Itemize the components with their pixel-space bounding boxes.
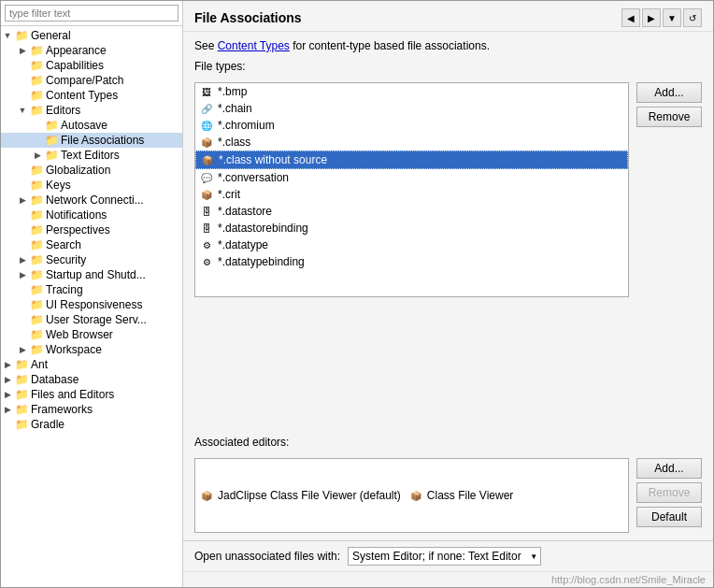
refresh-button[interactable]: ↺ bbox=[683, 8, 702, 27]
tree-arrow-workspace[interactable]: ▶ bbox=[16, 345, 29, 354]
file-type-icon: 💬 bbox=[199, 170, 214, 185]
file-add-button[interactable]: Add... bbox=[636, 82, 702, 103]
tree-item-ui-responsiveness[interactable]: 📁 UI Responsiveness bbox=[1, 297, 182, 312]
content-types-link[interactable]: Content Types bbox=[218, 39, 290, 52]
tree-arrow-files-editors[interactable]: ▶ bbox=[1, 390, 14, 399]
back-button[interactable]: ◀ bbox=[621, 8, 640, 27]
tree-label-frameworks: Frameworks bbox=[29, 403, 93, 416]
tree-icon-ant: 📁 bbox=[14, 358, 29, 371]
tree-arrow-startup-shutdown[interactable]: ▶ bbox=[16, 270, 29, 280]
tree-item-database[interactable]: ▶ 📁 Database bbox=[1, 372, 182, 387]
open-unassoc-select[interactable]: System Editor; if none: Text Editor Text… bbox=[348, 547, 541, 566]
tree-item-perspectives[interactable]: 📁 Perspectives bbox=[1, 222, 182, 237]
file-type-label: *.class bbox=[218, 136, 250, 149]
assoc-editor-item[interactable]: 📦 Class File Viewer bbox=[405, 459, 517, 532]
tree-item-file-assoc[interactable]: 📁 File Associations bbox=[1, 133, 182, 148]
assoc-remove-button[interactable]: Remove bbox=[636, 482, 702, 503]
file-type-item[interactable]: 💬 *.conversation bbox=[195, 169, 628, 186]
tree-arrow-frameworks[interactable]: ▶ bbox=[1, 405, 14, 414]
tree-arrow-ant[interactable]: ▶ bbox=[1, 360, 14, 369]
tree-label-keys: Keys bbox=[44, 179, 71, 192]
tree-item-tracing[interactable]: 📁 Tracing bbox=[1, 282, 182, 297]
filter-input[interactable] bbox=[5, 5, 178, 22]
tree-label-database: Database bbox=[29, 373, 79, 386]
file-type-item[interactable]: 🔗 *.chain bbox=[195, 100, 628, 117]
file-type-label: *.chromium bbox=[218, 119, 275, 132]
tree-icon-startup-shutdown: 📁 bbox=[29, 268, 44, 281]
file-type-label: *.crit bbox=[218, 188, 240, 201]
assoc-editor-label: Class File Viewer bbox=[427, 489, 513, 502]
file-type-icon: 🗄 bbox=[199, 221, 214, 236]
file-type-item[interactable]: ⚙ *.datatypebinding bbox=[195, 253, 628, 270]
tree-item-keys[interactable]: 📁 Keys bbox=[1, 178, 182, 193]
tree-item-notifications[interactable]: 📁 Notifications bbox=[1, 208, 182, 222]
tree-item-appearance[interactable]: ▶ 📁 Appearance bbox=[1, 43, 182, 58]
tree-area: ▼ 📁 General ▶ 📁 Appearance 📁 Capabilitie… bbox=[1, 26, 182, 587]
bottom-bar: Open unassociated files with: System Edi… bbox=[183, 540, 713, 571]
tree-label-tracing: Tracing bbox=[44, 283, 83, 296]
tree-item-workspace[interactable]: ▶ 📁 Workspace bbox=[1, 342, 182, 357]
file-type-item[interactable]: 🖼 *.bmp bbox=[195, 83, 628, 100]
tree-item-web-browser[interactable]: 📁 Web Browser bbox=[1, 327, 182, 342]
tree-arrow-editors[interactable]: ▼ bbox=[16, 106, 29, 115]
tree-arrow-general[interactable]: ▼ bbox=[1, 31, 14, 40]
assoc-section: 📦 JadClipse Class File Viewer (default) … bbox=[194, 458, 702, 533]
assoc-default-button[interactable]: Default bbox=[636, 507, 702, 527]
file-type-item[interactable]: 🌐 *.chromium bbox=[195, 117, 628, 134]
tree-item-capabilities[interactable]: 📁 Capabilities bbox=[1, 58, 182, 73]
tree-item-security[interactable]: ▶ 📁 Security bbox=[1, 252, 182, 267]
assoc-add-button[interactable]: Add... bbox=[636, 458, 702, 479]
tree-item-general[interactable]: ▼ 📁 General bbox=[1, 28, 182, 43]
tree-item-user-storage[interactable]: 📁 User Storage Serv... bbox=[1, 312, 182, 327]
tree-arrow-text-editors[interactable]: ▶ bbox=[31, 151, 44, 160]
tree-item-files-editors[interactable]: ▶ 📁 Files and Editors bbox=[1, 387, 182, 402]
file-type-icon: 🖼 bbox=[199, 84, 214, 99]
tree-item-globalization[interactable]: 📁 Globalization bbox=[1, 163, 182, 178]
see-suffix: for content-type based file associations… bbox=[290, 39, 490, 52]
tree-label-autosave: Autosave bbox=[59, 119, 107, 132]
forward-button[interactable]: ▶ bbox=[642, 8, 661, 27]
file-type-item[interactable]: 📦 *.class bbox=[195, 134, 628, 151]
tree-icon-database: 📁 bbox=[14, 373, 29, 386]
tree-icon-capabilities: 📁 bbox=[29, 59, 44, 72]
left-panel: ▼ 📁 General ▶ 📁 Appearance 📁 Capabilitie… bbox=[1, 1, 183, 587]
tree-icon-web-browser: 📁 bbox=[29, 328, 44, 341]
assoc-editor-item[interactable]: 📦 JadClipse Class File Viewer (default) bbox=[195, 459, 405, 532]
tree-icon-user-storage: 📁 bbox=[29, 313, 44, 326]
file-type-item[interactable]: ⚙ *.datatype bbox=[195, 237, 628, 253]
file-type-icon: 📦 bbox=[200, 152, 215, 167]
tree-icon-globalization: 📁 bbox=[29, 164, 44, 177]
dropdown-button[interactable]: ▼ bbox=[663, 8, 681, 27]
file-types-buttons: Add... Remove bbox=[636, 82, 702, 428]
tree-arrow-security[interactable]: ▶ bbox=[16, 255, 29, 265]
watermark: http://blog.csdn.net/Smile_Miracle bbox=[183, 571, 713, 587]
file-type-item[interactable]: 🗄 *.datastorebinding bbox=[195, 220, 628, 237]
tree-arrow-appearance[interactable]: ▶ bbox=[16, 46, 29, 55]
file-type-item[interactable]: 📦 *.crit bbox=[195, 186, 628, 203]
tree-label-general: General bbox=[29, 29, 71, 42]
file-types-list: 🖼 *.bmp 🔗 *.chain 🌐 *.chromium 📦 *.class… bbox=[195, 83, 628, 296]
file-type-item[interactable]: 📦 *.class without source bbox=[195, 151, 628, 169]
tree-item-content-types[interactable]: 📁 Content Types bbox=[1, 88, 182, 103]
tree-item-gradle[interactable]: 📁 Gradle bbox=[1, 417, 182, 432]
tree-arrow-database[interactable]: ▶ bbox=[1, 375, 14, 384]
tree-item-search[interactable]: 📁 Search bbox=[1, 237, 182, 252]
assoc-label: Associated editors: bbox=[194, 436, 702, 449]
file-remove-button[interactable]: Remove bbox=[636, 107, 702, 127]
tree-item-ant[interactable]: ▶ 📁 Ant bbox=[1, 357, 182, 372]
tree-label-web-browser: Web Browser bbox=[44, 328, 113, 341]
tree-icon-general: 📁 bbox=[14, 29, 29, 42]
tree-item-text-editors[interactable]: ▶ 📁 Text Editors bbox=[1, 148, 182, 163]
tree-item-network-conn[interactable]: ▶ 📁 Network Connecti... bbox=[1, 193, 182, 208]
tree-icon-gradle: 📁 bbox=[14, 418, 29, 431]
tree-item-autosave[interactable]: 📁 Autosave bbox=[1, 118, 182, 133]
file-type-item[interactable]: 🗄 *.datastore bbox=[195, 203, 628, 220]
tree-item-editors[interactable]: ▼ 📁 Editors bbox=[1, 103, 182, 118]
tree-arrow-network-conn[interactable]: ▶ bbox=[16, 195, 29, 205]
assoc-list-wrap: 📦 JadClipse Class File Viewer (default) … bbox=[194, 458, 629, 533]
tree-item-startup-shutdown[interactable]: ▶ 📁 Startup and Shutd... bbox=[1, 267, 182, 282]
tree-item-frameworks[interactable]: ▶ 📁 Frameworks bbox=[1, 402, 182, 417]
right-body: See Content Types for content-type based… bbox=[183, 32, 713, 540]
tree-icon-ui-responsiveness: 📁 bbox=[29, 298, 44, 311]
tree-item-compare-patch[interactable]: 📁 Compare/Patch bbox=[1, 73, 182, 88]
